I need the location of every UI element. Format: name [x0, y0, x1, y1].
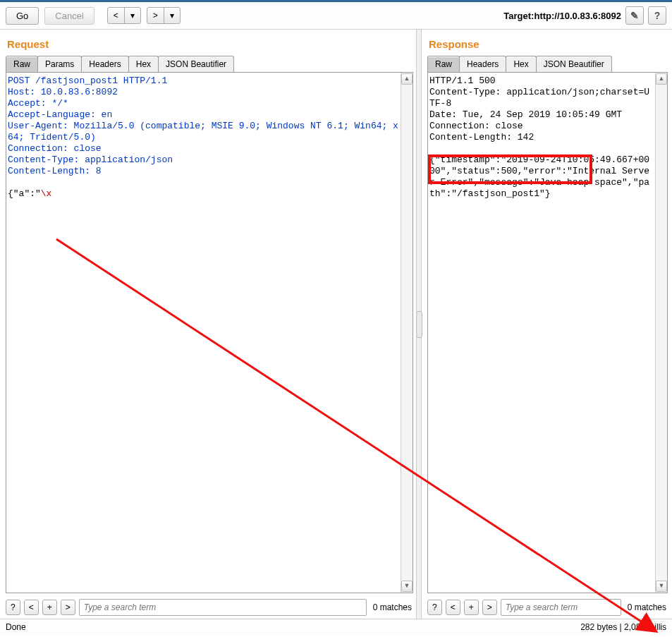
search-add-button[interactable]: +	[42, 600, 57, 615]
resp-tab-headers[interactable]: Headers	[459, 56, 506, 72]
top-toolbar: Go Cancel < ▾ > ▾ Target: http://10.0.83…	[0, 2, 672, 30]
next-button-dropdown[interactable]: ▾	[164, 8, 180, 23]
request-editor-wrap: POST /fastjson_post1 HTTP/1.1 Host: 10.0…	[6, 73, 413, 593]
req-h2: Accept: */*	[8, 98, 68, 109]
resp-h1: Content-Type: application/json;charset=U…	[429, 87, 649, 109]
response-scrollbar[interactable]: ▲ ▼	[655, 73, 667, 593]
request-pane: Request Raw Params Headers Hex JSON Beau…	[0, 30, 416, 619]
resp-tab-raw[interactable]: Raw	[427, 56, 460, 72]
request-scrollbar[interactable]: ▲ ▼	[401, 73, 413, 593]
panes-container: Request Raw Params Headers Hex JSON Beau…	[0, 30, 672, 619]
resp-h3: Connection: close	[429, 121, 523, 131]
go-button[interactable]: Go	[6, 7, 39, 25]
search-next-button[interactable]: >	[482, 600, 497, 615]
request-editor[interactable]: POST /fastjson_post1 HTTP/1.1 Host: 10.0…	[6, 73, 401, 593]
request-tabs: Raw Params Headers Hex JSON Beautifier	[6, 56, 413, 73]
request-title: Request	[7, 38, 412, 50]
req-h7: Content-Length: 8	[8, 166, 102, 176]
response-editor[interactable]: HTTP/1.1 500 Content-Type: application/j…	[428, 73, 655, 593]
response-search-input[interactable]	[501, 599, 621, 616]
tab-hex[interactable]: Hex	[128, 56, 159, 72]
search-prev-button[interactable]: <	[24, 600, 39, 615]
resp-body-2: Error","message":"Java heap space","path…	[429, 177, 649, 199]
response-title: Response	[429, 38, 666, 50]
response-tabs: Raw Headers Hex JSON Beautifier	[427, 56, 668, 73]
search-next-button[interactable]: >	[61, 600, 75, 615]
prev-button-left[interactable]: <	[108, 8, 125, 23]
scroll-down-icon[interactable]: ▼	[401, 581, 413, 592]
resp-tab-hex[interactable]: Hex	[506, 56, 536, 72]
search-help-button[interactable]: ?	[6, 600, 20, 615]
req-body-escape: \x	[41, 188, 52, 199]
search-help-button[interactable]: ?	[427, 600, 442, 615]
next-button-left[interactable]: >	[147, 8, 164, 23]
tab-params[interactable]: Params	[37, 56, 82, 72]
tab-headers[interactable]: Headers	[81, 56, 128, 72]
tab-json-beautifier[interactable]: JSON Beautifier	[158, 56, 234, 72]
req-h6: Content-Type: application/json	[8, 154, 173, 165]
edit-target-icon[interactable]: ✎	[625, 6, 644, 25]
resp-h0: HTTP/1.1 500	[429, 75, 496, 86]
req-h4: User-Agent: Mozilla/5.0 (compatible; MSI…	[8, 121, 398, 142]
response-search-row: ? < + > 0 matches	[427, 596, 668, 619]
req-h3: Accept-Language: en	[8, 109, 112, 120]
response-pane: Response Raw Headers Hex JSON Beautifier…	[422, 30, 672, 619]
req-h5: Connection: close	[8, 143, 102, 154]
splitter[interactable]	[416, 30, 422, 619]
response-matches-label: 0 matches	[623, 602, 668, 612]
req-body-prefix: {"a":"	[8, 188, 41, 199]
request-search-row: ? < + > 0 matches	[6, 596, 413, 619]
status-right: 282 bytes | 2,081 millis	[580, 622, 666, 632]
scroll-down-icon[interactable]: ▼	[656, 581, 667, 592]
prev-button-dropdown[interactable]: ▾	[125, 8, 140, 23]
request-matches-label: 0 matches	[369, 602, 413, 612]
req-h1: Host: 10.0.83.6:8092	[8, 87, 118, 97]
response-editor-wrap: HTTP/1.1 500 Content-Type: application/j…	[427, 73, 668, 593]
resp-h2: Date: Tue, 24 Sep 2019 10:05:49 GMT	[429, 109, 622, 120]
scroll-up-icon[interactable]: ▲	[401, 73, 413, 85]
splitter-grip[interactable]	[416, 311, 422, 338]
resp-h4: Content-Length: 142	[429, 132, 534, 142]
search-add-button[interactable]: +	[464, 600, 479, 615]
resp-tab-json-beautifier[interactable]: JSON Beautifier	[536, 56, 612, 72]
next-combo-button[interactable]: > ▾	[147, 7, 181, 24]
help-icon[interactable]: ?	[648, 6, 666, 25]
target-label: Target:	[503, 11, 534, 21]
target-url: http://10.0.83.6:8092	[534, 11, 621, 21]
search-prev-button[interactable]: <	[446, 600, 460, 615]
cancel-button[interactable]: Cancel	[44, 7, 94, 25]
prev-combo-button[interactable]: < ▾	[107, 7, 141, 24]
status-left: Done	[6, 622, 26, 632]
status-bar: Done 282 bytes | 2,081 millis	[0, 619, 672, 635]
scroll-up-icon[interactable]: ▲	[656, 73, 667, 85]
target-display: Target: http://10.0.83.6:8092 ✎ ?	[503, 6, 666, 25]
request-search-input[interactable]	[79, 599, 367, 616]
tab-raw[interactable]: Raw	[6, 56, 38, 72]
req-h0: POST /fastjson_post1 HTTP/1.1	[8, 75, 167, 86]
